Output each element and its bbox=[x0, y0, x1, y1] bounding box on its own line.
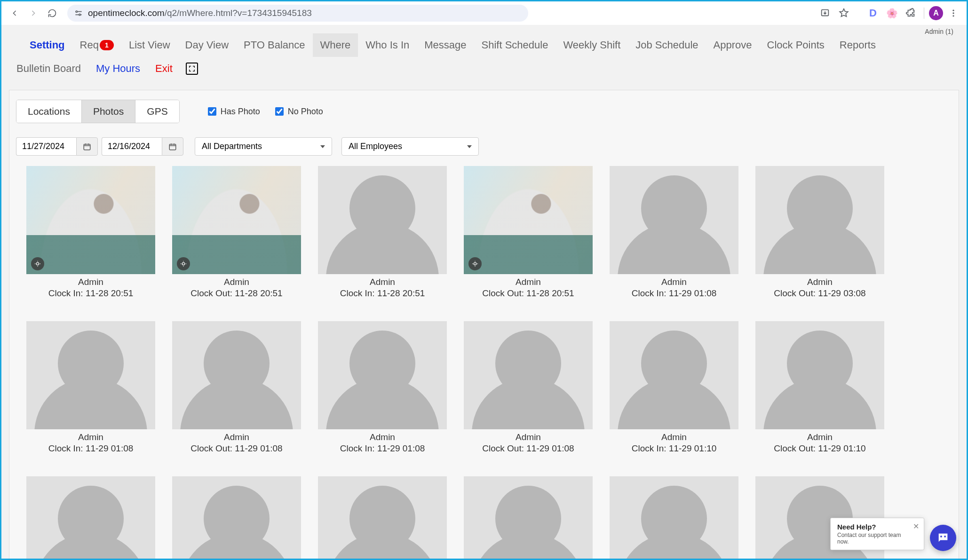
clock-photo[interactable] bbox=[464, 166, 593, 274]
content-card: Locations Photos GPS Has Photo No Photo bbox=[9, 90, 959, 560]
placeholder-photo[interactable] bbox=[26, 476, 155, 560]
department-select[interactable]: All Departments bbox=[195, 137, 332, 156]
svg-point-0 bbox=[76, 11, 77, 12]
date-to-picker-button[interactable] bbox=[162, 137, 183, 156]
tab-locations[interactable]: Locations bbox=[16, 100, 82, 123]
nav-bulletin-board[interactable]: Bulletin Board bbox=[13, 57, 88, 80]
chat-fab[interactable] bbox=[930, 525, 956, 551]
placeholder-photo[interactable] bbox=[172, 476, 301, 560]
nav-day-view[interactable]: Day View bbox=[178, 33, 237, 57]
close-icon[interactable]: ✕ bbox=[913, 522, 919, 531]
placeholder-photo[interactable] bbox=[318, 321, 447, 429]
employee-select[interactable]: All Employees bbox=[341, 137, 479, 156]
photo-username: Admin bbox=[464, 277, 593, 287]
photo-event: Clock In: 11-29 01:10 bbox=[610, 443, 738, 454]
browser-chrome: opentimeclock.com/q2/mWhere.html?v=17343… bbox=[1, 1, 967, 25]
date-from-input[interactable] bbox=[16, 137, 76, 156]
nav-pto-balance[interactable]: PTO Balance bbox=[236, 33, 312, 57]
no-photo-checkbox[interactable] bbox=[275, 107, 284, 116]
kebab-menu-icon[interactable] bbox=[945, 5, 962, 22]
photo-cell[interactable]: Admin bbox=[318, 476, 447, 560]
photo-event: Clock In: 11-29 01:08 bbox=[318, 443, 447, 454]
back-button[interactable] bbox=[6, 5, 23, 22]
placeholder-photo[interactable] bbox=[610, 166, 738, 274]
placeholder-photo[interactable] bbox=[464, 476, 593, 560]
extension-d-icon[interactable]: D bbox=[865, 5, 881, 22]
photo-cell[interactable]: AdminClock Out: 11-29 01:08 bbox=[172, 321, 301, 454]
placeholder-photo[interactable] bbox=[755, 321, 884, 429]
svg-point-5 bbox=[952, 15, 954, 16]
extensions-puzzle-icon[interactable] bbox=[902, 5, 919, 22]
svg-point-1 bbox=[79, 14, 80, 16]
placeholder-photo[interactable] bbox=[318, 166, 447, 274]
placeholder-photo[interactable] bbox=[464, 321, 593, 429]
reload-button[interactable] bbox=[44, 5, 61, 22]
nav-list-view[interactable]: List View bbox=[121, 33, 178, 57]
photo-cell[interactable]: AdminClock Out: 11-29 01:10 bbox=[755, 321, 884, 454]
photo-username: Admin bbox=[26, 432, 155, 442]
photo-cell[interactable]: Admin bbox=[26, 476, 155, 560]
nav-weekly-shift[interactable]: Weekly Shift bbox=[555, 33, 628, 57]
placeholder-photo[interactable] bbox=[318, 476, 447, 560]
photo-cell[interactable]: AdminClock Out: 11-29 01:08 bbox=[464, 321, 593, 454]
nav-approve[interactable]: Approve bbox=[706, 33, 760, 57]
placeholder-photo[interactable] bbox=[755, 166, 884, 274]
photo-cell[interactable]: Admin bbox=[172, 476, 301, 560]
nav-who-is-in[interactable]: Who Is In bbox=[358, 33, 417, 57]
nav-message[interactable]: Message bbox=[417, 33, 474, 57]
placeholder-photo[interactable] bbox=[610, 321, 738, 429]
tab-photos[interactable]: Photos bbox=[82, 100, 135, 123]
profile-avatar[interactable]: A bbox=[929, 6, 943, 20]
photo-cell[interactable]: Admin bbox=[610, 476, 738, 560]
extension-flower-icon[interactable]: 🌸 bbox=[883, 5, 900, 22]
url-bar[interactable]: opentimeclock.com/q2/mWhere.html?v=17343… bbox=[67, 5, 528, 22]
date-to-input[interactable] bbox=[102, 137, 162, 156]
photo-cell[interactable]: AdminClock In: 11-28 20:51 bbox=[26, 166, 155, 299]
photo-cell[interactable]: AdminClock Out: 11-28 20:51 bbox=[172, 166, 301, 299]
nav-setting[interactable]: Setting bbox=[13, 33, 72, 57]
nav-shift-schedule[interactable]: Shift Schedule bbox=[474, 33, 556, 57]
bookmark-star-icon[interactable] bbox=[835, 5, 852, 22]
photo-username: Admin bbox=[755, 432, 884, 442]
svg-point-8 bbox=[36, 262, 39, 265]
admin-label[interactable]: Admin (1) bbox=[925, 28, 953, 35]
clock-photo[interactable] bbox=[172, 166, 301, 274]
forward-button[interactable] bbox=[25, 5, 42, 22]
install-app-icon[interactable] bbox=[817, 5, 833, 22]
photo-event: Clock In: 11-29 01:08 bbox=[26, 443, 155, 454]
check-no-photo[interactable]: No Photo bbox=[273, 106, 323, 117]
fullscreen-icon[interactable] bbox=[186, 63, 198, 75]
nav-where[interactable]: Where bbox=[313, 33, 358, 57]
photo-username: Admin bbox=[464, 432, 593, 442]
photo-cell[interactable]: AdminClock In: 11-29 01:08 bbox=[26, 321, 155, 454]
placeholder-photo[interactable] bbox=[610, 476, 738, 560]
clock-photo[interactable] bbox=[26, 166, 155, 274]
site-settings-icon[interactable] bbox=[74, 8, 83, 18]
tab-gps[interactable]: GPS bbox=[135, 100, 179, 123]
has-photo-checkbox[interactable] bbox=[208, 107, 216, 116]
nav-clock-points[interactable]: Clock Points bbox=[760, 33, 832, 57]
check-has-photo[interactable]: Has Photo bbox=[206, 106, 260, 117]
nav-exit[interactable]: Exit bbox=[148, 57, 180, 80]
photo-cell[interactable]: Admin bbox=[464, 476, 593, 560]
photo-username: Admin bbox=[26, 277, 155, 287]
photo-event: Clock Out: 11-28 20:51 bbox=[464, 288, 593, 299]
lens-icon bbox=[31, 257, 44, 270]
nav-my-hours[interactable]: My Hours bbox=[88, 57, 148, 80]
filter-row: All Departments All Employees bbox=[16, 137, 952, 156]
nav-reports[interactable]: Reports bbox=[832, 33, 883, 57]
placeholder-photo[interactable] bbox=[26, 321, 155, 429]
photo-cell[interactable]: AdminClock In: 11-28 20:51 bbox=[318, 166, 447, 299]
nav-req[interactable]: Req1 bbox=[72, 33, 121, 57]
placeholder-photo[interactable] bbox=[172, 321, 301, 429]
date-from-picker-button[interactable] bbox=[76, 137, 98, 156]
photo-username: Admin bbox=[755, 277, 884, 287]
photo-cell[interactable]: AdminClock Out: 11-29 03:08 bbox=[755, 166, 884, 299]
photo-cell[interactable]: AdminClock In: 11-29 01:10 bbox=[610, 321, 738, 454]
nav-job-schedule[interactable]: Job Schedule bbox=[628, 33, 706, 57]
svg-rect-7 bbox=[169, 144, 176, 150]
svg-rect-6 bbox=[84, 144, 90, 150]
photo-cell[interactable]: AdminClock In: 11-29 01:08 bbox=[610, 166, 738, 299]
photo-cell[interactable]: AdminClock Out: 11-28 20:51 bbox=[464, 166, 593, 299]
photo-cell[interactable]: AdminClock In: 11-29 01:08 bbox=[318, 321, 447, 454]
